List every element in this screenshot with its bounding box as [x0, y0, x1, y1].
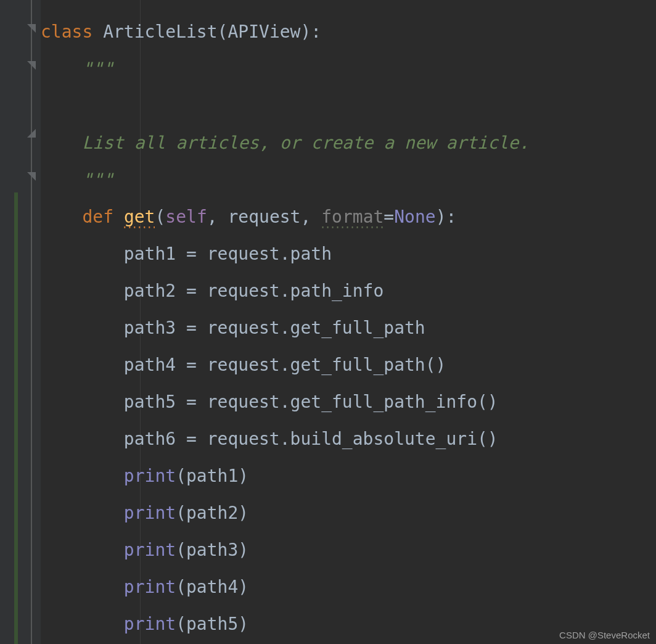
- stmt-path1: path1 = request.path: [124, 244, 332, 264]
- keyword-def: def: [82, 207, 113, 227]
- param-format: format: [321, 207, 383, 228]
- stmt-path6: path6 = request.build_absolute_uri(): [124, 429, 498, 449]
- print-arg5: (path5): [176, 614, 248, 634]
- svg-marker-3: [27, 172, 36, 181]
- code-line[interactable]: path6 = request.build_absolute_uri(): [41, 421, 656, 458]
- comma: ,: [207, 207, 228, 227]
- code-line[interactable]: path5 = request.get_full_path_info(): [41, 384, 656, 421]
- comma: ,: [300, 207, 321, 227]
- code-line[interactable]: print(path1): [41, 458, 656, 495]
- fold-marker-docstring-end[interactable]: [25, 127, 38, 139]
- print-arg4: (path4): [176, 577, 248, 597]
- print-arg1: (path1): [176, 466, 248, 486]
- builtin-print: print: [124, 540, 176, 560]
- code-line[interactable]: print(path3): [41, 532, 656, 569]
- stmt-path4: path4 = request.get_full_path(): [124, 355, 446, 375]
- code-line[interactable]: List all articles, or create a new artic…: [41, 125, 656, 162]
- change-marker: [14, 192, 18, 644]
- const-none: None: [394, 207, 435, 227]
- class-name: ArticleList: [103, 22, 217, 42]
- stmt-path3: path3 = request.get_full_path: [124, 318, 425, 338]
- docstring-text: List all articles, or create a new artic…: [82, 133, 529, 153]
- svg-marker-0: [27, 24, 36, 33]
- fold-marker-docstring[interactable]: [25, 59, 38, 72]
- stmt-path5: path5 = request.get_full_path_info(): [124, 392, 498, 412]
- fold-guide-line: [31, 0, 32, 644]
- code-line[interactable]: """: [41, 51, 656, 88]
- code-line[interactable]: [41, 88, 656, 125]
- docstring-open: """: [82, 59, 113, 79]
- svg-marker-2: [27, 129, 36, 138]
- code-line[interactable]: path1 = request.path: [41, 236, 656, 273]
- code-line[interactable]: print(path5): [41, 606, 656, 643]
- code-area[interactable]: class ArticleList(APIView): """ List all…: [41, 0, 656, 644]
- print-arg3: (path3): [176, 540, 248, 560]
- svg-marker-1: [27, 61, 36, 70]
- stmt-path2: path2 = request.path_info: [124, 281, 383, 301]
- fold-marker-def[interactable]: [25, 170, 38, 183]
- code-line[interactable]: print(path2): [41, 495, 656, 532]
- code-line[interactable]: path2 = request.path_info: [41, 273, 656, 310]
- builtin-print: print: [124, 466, 176, 486]
- builtin-print: print: [124, 503, 176, 523]
- code-line[interactable]: path4 = request.get_full_path(): [41, 347, 656, 384]
- code-line[interactable]: def get(self, request, format=None):: [41, 199, 656, 236]
- keyword-class: class: [41, 22, 92, 42]
- function-name: get: [124, 207, 155, 228]
- code-line[interactable]: class ArticleList(APIView):: [41, 14, 656, 51]
- docstring-close: """: [82, 170, 113, 190]
- print-arg2: (path2): [176, 503, 248, 523]
- fold-marker-class[interactable]: [25, 22, 38, 35]
- param-self: self: [165, 207, 207, 227]
- builtin-print: print: [124, 577, 176, 597]
- gutter: [0, 0, 41, 644]
- param-request: request: [228, 207, 300, 227]
- code-line[interactable]: path3 = request.get_full_path: [41, 310, 656, 347]
- base-class: APIView: [228, 22, 300, 42]
- builtin-print: print: [124, 614, 176, 634]
- code-line[interactable]: """: [41, 162, 656, 199]
- code-editor[interactable]: class ArticleList(APIView): """ List all…: [0, 0, 656, 644]
- code-line[interactable]: print(path4): [41, 569, 656, 606]
